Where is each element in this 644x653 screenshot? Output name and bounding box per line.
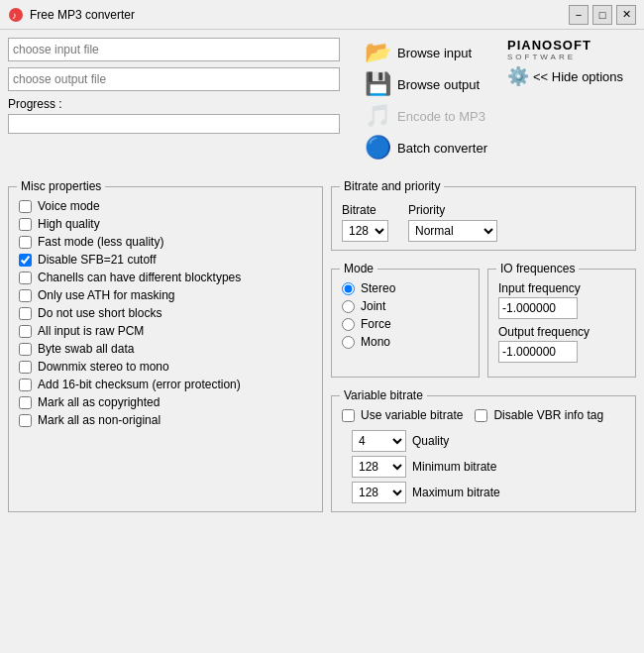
input-freq-label: Input frequency <box>498 281 625 295</box>
progress-label: Progress : <box>8 97 353 111</box>
browse-input-label: Browse input <box>397 46 472 60</box>
brand-area: PIANOSOFT SOFTWARE ⚙️ << Hide options <box>507 38 636 87</box>
output-freq-label: Output frequency <box>498 325 625 339</box>
checksum-checkbox[interactable] <box>19 379 32 391</box>
list-item: Joint <box>342 299 469 313</box>
browse-input-icon: 📂 <box>365 40 391 65</box>
copyrighted-checkbox[interactable] <box>19 396 32 409</box>
close-button[interactable]: ✕ <box>616 5 636 25</box>
progress-bar <box>8 114 340 134</box>
diff-blocktypes-checkbox[interactable] <box>19 272 32 284</box>
input-freq-field[interactable] <box>498 297 578 319</box>
list-item: Only use ATH for masking <box>19 288 312 302</box>
window-controls: − □ ✕ <box>569 5 636 25</box>
hide-options-icon: ⚙️ <box>507 65 529 87</box>
disable-sfb-checkbox[interactable] <box>19 254 32 267</box>
list-item: Stereo <box>342 281 469 295</box>
top-section: Progress : 📂 Browse input 💾 Browse outpu… <box>8 38 636 163</box>
force-radio[interactable] <box>342 318 355 331</box>
list-item: Downmix stereo to mono <box>19 360 312 374</box>
list-item: Add 16-bit checksum (error protection) <box>19 378 312 391</box>
browse-output-button[interactable]: 💾 Browse output <box>361 69 499 99</box>
io-title: IO frequences <box>496 262 579 275</box>
list-item: Chanells can have different blocktypes <box>19 271 312 284</box>
joint-radio[interactable] <box>342 300 355 313</box>
list-item: Force <box>342 317 469 331</box>
ath-masking-checkbox[interactable] <box>19 289 32 302</box>
vbr-rows: 0123 4567 89 Quality 32404856 648096112 … <box>342 430 625 503</box>
disable-vbr-label: Disable VBR info tag <box>493 408 603 422</box>
list-item: Mark all as non-original <box>19 413 312 427</box>
vbr-quality-select[interactable]: 0123 4567 89 <box>352 430 406 452</box>
title-bar: ♪ Free MP3 converter − □ ✕ <box>0 0 644 30</box>
priority-item: Priority IdleLowNormal HighRealtime <box>408 203 497 242</box>
stereo-radio[interactable] <box>342 282 355 295</box>
vbr-max-row: 32404856 648096112 128160192 224256320 M… <box>352 482 625 503</box>
browse-input-button[interactable]: 📂 Browse input <box>361 38 499 67</box>
list-item: Mono <box>342 335 469 349</box>
vbr-title: Variable bitrate <box>340 388 427 402</box>
misc-title: Misc properties <box>17 179 105 193</box>
high-quality-checkbox[interactable] <box>19 218 32 231</box>
hide-options-label: << Hide options <box>533 69 623 84</box>
list-item: Voice mode <box>19 199 312 213</box>
fast-mode-checkbox[interactable] <box>19 236 32 249</box>
list-item: All input is raw PCM <box>19 324 312 338</box>
mode-io-row: Mode Stereo Joint Force <box>331 259 636 378</box>
main-area: Progress : 📂 Browse input 💾 Browse outpu… <box>0 30 644 520</box>
browse-output-label: Browse output <box>397 77 480 92</box>
list-item: Mark all as copyrighted <box>19 395 312 409</box>
input-freq-item: Input frequency <box>498 281 625 319</box>
list-item: Byte swab all data <box>19 342 312 356</box>
list-item: Disable SFB=21 cutoff <box>19 253 312 267</box>
output-file-field[interactable] <box>8 67 340 91</box>
maximize-button[interactable]: □ <box>592 5 612 25</box>
encode-icon: 🎵 <box>365 103 391 129</box>
io-panel: IO frequences Input frequency Output fre… <box>487 269 636 378</box>
app-icon: ♪ <box>8 7 24 23</box>
disable-vbr-checkbox[interactable] <box>475 409 487 422</box>
byte-swab-checkbox[interactable] <box>19 343 32 356</box>
encode-label: Encode to MP3 <box>397 109 485 124</box>
brand-sub: SOFTWARE <box>507 53 636 61</box>
brand-logo: PIANOSOFT SOFTWARE <box>507 38 636 61</box>
window-title: Free MP3 converter <box>30 8 569 22</box>
bitrate-title: Bitrate and priority <box>340 179 444 193</box>
priority-select[interactable]: IdleLowNormal HighRealtime <box>408 220 497 242</box>
bitrate-label: Bitrate <box>342 203 388 217</box>
batch-icon: 🔵 <box>365 135 391 161</box>
voice-mode-checkbox[interactable] <box>19 200 32 213</box>
minimize-button[interactable]: − <box>569 5 589 25</box>
priority-label: Priority <box>408 203 497 217</box>
mode-panel: Mode Stereo Joint Force <box>331 269 480 378</box>
encode-button[interactable]: 🎵 Encode to MP3 <box>361 101 499 131</box>
list-item: Do not use short blocks <box>19 306 312 320</box>
bitrate-panel: Bitrate and priority Bitrate 32404856 64… <box>331 186 636 251</box>
brand-name: PIANOSOFT <box>507 38 636 53</box>
vbr-panel: Variable bitrate Use variable bitrate Di… <box>331 395 636 512</box>
use-vbr-label: Use variable bitrate <box>361 408 463 422</box>
input-file-field[interactable] <box>8 38 340 61</box>
disable-vbr-row: Disable VBR info tag <box>475 408 603 422</box>
vbr-min-label: Minimum bitrate <box>412 460 496 474</box>
action-buttons: 📂 Browse input 💾 Browse output 🎵 Encode … <box>361 38 499 163</box>
raw-pcm-checkbox[interactable] <box>19 325 32 338</box>
misc-panel: Misc properties Voice mode High quality … <box>8 186 323 512</box>
use-vbr-checkbox[interactable] <box>342 409 355 422</box>
no-short-blocks-checkbox[interactable] <box>19 307 32 320</box>
batch-label: Batch converter <box>397 141 487 156</box>
vbr-max-select[interactable]: 32404856 648096112 128160192 224256320 <box>352 482 406 503</box>
output-freq-item: Output frequency <box>498 325 625 363</box>
non-original-checkbox[interactable] <box>19 414 32 427</box>
hide-options-button[interactable]: ⚙️ << Hide options <box>507 65 623 87</box>
downmix-checkbox[interactable] <box>19 361 32 374</box>
vbr-min-select[interactable]: 32404856 648096112 128160192 224256320 <box>352 456 406 478</box>
browse-output-icon: 💾 <box>365 71 391 97</box>
mono-radio[interactable] <box>342 336 355 349</box>
panels-row: Misc properties Voice mode High quality … <box>8 176 636 512</box>
bitrate-select[interactable]: 32404856 648096112 128160192 224256320 <box>342 220 388 242</box>
vbr-top-row: Use variable bitrate Disable VBR info ta… <box>342 408 625 422</box>
batch-button[interactable]: 🔵 Batch converter <box>361 133 499 163</box>
output-freq-field[interactable] <box>498 341 578 363</box>
vbr-min-row: 32404856 648096112 128160192 224256320 M… <box>352 456 625 478</box>
